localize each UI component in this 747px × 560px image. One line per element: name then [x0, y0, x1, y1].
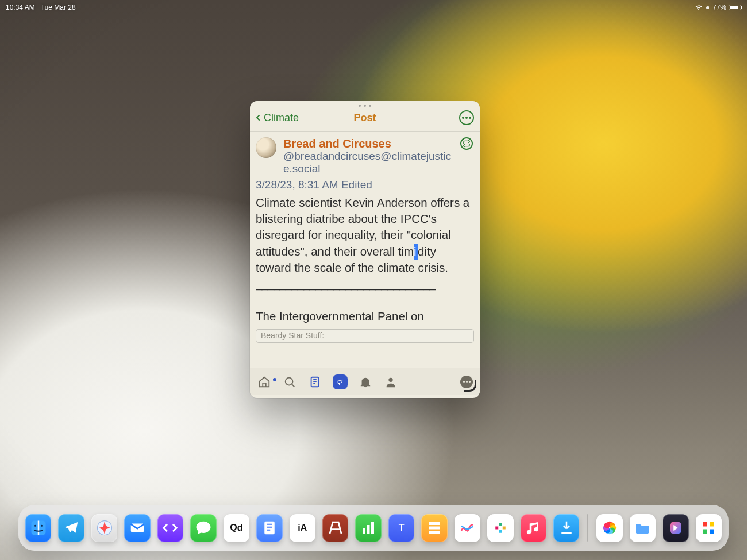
- svg-rect-12: [429, 522, 440, 525]
- mastodon-window[interactable]: Climate Post Bread and Circuses @breadan…: [250, 101, 480, 398]
- notifications-tab[interactable]: [358, 374, 373, 389]
- post-body[interactable]: Climate scientist Kevin Anderson offers …: [256, 195, 474, 325]
- svg-rect-30: [703, 530, 707, 534]
- notes-app[interactable]: [256, 514, 282, 542]
- download-app[interactable]: [553, 514, 579, 542]
- svg-point-4: [34, 525, 36, 527]
- qd-app[interactable]: Qd: [224, 514, 249, 542]
- svg-point-5: [41, 525, 43, 527]
- dock-separator: [587, 514, 588, 542]
- battery-percent: 77%: [713, 3, 726, 11]
- numbers-app[interactable]: [355, 514, 381, 542]
- finder-app[interactable]: [25, 514, 51, 542]
- post-timestamp: 3/28/23, 8:31 AM Edited: [256, 179, 474, 191]
- messages-app[interactable]: [190, 514, 216, 542]
- svg-rect-15: [495, 527, 498, 530]
- home-unread-dot: [273, 378, 276, 381]
- svg-point-2: [388, 377, 392, 381]
- boost-badge[interactable]: [460, 137, 473, 150]
- inline-search-field[interactable]: Beardy Star Stuff:: [256, 329, 474, 343]
- back-label: Climate: [264, 112, 299, 124]
- post-handle[interactable]: @breadandcircuses@climatejustice.social: [283, 150, 456, 175]
- announcements-tab[interactable]: [333, 374, 348, 389]
- t-app[interactable]: T: [388, 514, 414, 542]
- svg-rect-28: [703, 522, 707, 527]
- svg-rect-14: [429, 531, 440, 534]
- slack-app[interactable]: [487, 514, 513, 542]
- ia-app[interactable]: iA: [290, 514, 315, 542]
- telegram-app[interactable]: [58, 514, 84, 542]
- dock[interactable]: Qd iA T: [18, 505, 729, 551]
- status-bar: 10:34 AM Tue Mar 28 77%: [0, 0, 747, 14]
- search-placeholder: Beardy Star Stuff:: [261, 331, 324, 340]
- svg-rect-10: [367, 525, 370, 534]
- photos-app[interactable]: [596, 514, 622, 542]
- avatar[interactable]: [256, 137, 276, 158]
- post-container: Bread and Circuses @breadandcircuses@cli…: [250, 132, 480, 395]
- svg-rect-11: [371, 522, 374, 534]
- chevron-left-icon: [253, 113, 263, 122]
- post-display-name[interactable]: Bread and Circuses: [283, 137, 456, 150]
- text-selection: i: [414, 244, 418, 260]
- profile-tab[interactable]: [383, 374, 398, 389]
- svg-rect-29: [710, 522, 715, 527]
- svg-rect-16: [499, 523, 502, 526]
- wifi-icon: [695, 3, 703, 13]
- pages-app[interactable]: [322, 514, 348, 542]
- window-resize-handle[interactable]: [466, 381, 476, 392]
- svg-rect-8: [264, 522, 275, 535]
- bottom-toolbar: [250, 368, 480, 395]
- window-grabber[interactable]: [250, 101, 480, 107]
- home-tab[interactable]: [257, 374, 272, 389]
- code-app[interactable]: [157, 514, 183, 542]
- files-app[interactable]: [630, 514, 656, 542]
- reminders-app[interactable]: [421, 514, 447, 542]
- lists-tab[interactable]: [307, 374, 322, 389]
- svg-rect-9: [363, 528, 365, 534]
- back-button[interactable]: Climate: [253, 112, 299, 124]
- status-date: Tue Mar 28: [41, 3, 76, 11]
- battery-indicator: 77%: [713, 3, 741, 11]
- mail-app[interactable]: [124, 514, 150, 542]
- orientation-lock-icon: [706, 6, 709, 9]
- grid-app[interactable]: [696, 514, 722, 542]
- svg-rect-17: [503, 527, 506, 530]
- music-app[interactable]: [521, 514, 546, 542]
- svg-rect-13: [429, 527, 440, 530]
- more-options-button[interactable]: [459, 110, 474, 125]
- svg-point-26: [604, 523, 610, 528]
- safari-app[interactable]: [91, 514, 117, 542]
- separator-line: ______________________________: [256, 277, 435, 290]
- search-tab[interactable]: [282, 374, 297, 389]
- svg-point-0: [286, 377, 293, 385]
- svg-rect-31: [710, 530, 715, 534]
- post-body-continued: The Intergovernmental Panel on: [256, 310, 424, 323]
- status-time: 10:34 AM: [6, 3, 35, 11]
- shortcuts-app[interactable]: [663, 514, 688, 542]
- window-titlebar: Climate Post: [250, 107, 480, 132]
- svg-rect-18: [499, 530, 502, 533]
- freeform-app[interactable]: [455, 514, 480, 542]
